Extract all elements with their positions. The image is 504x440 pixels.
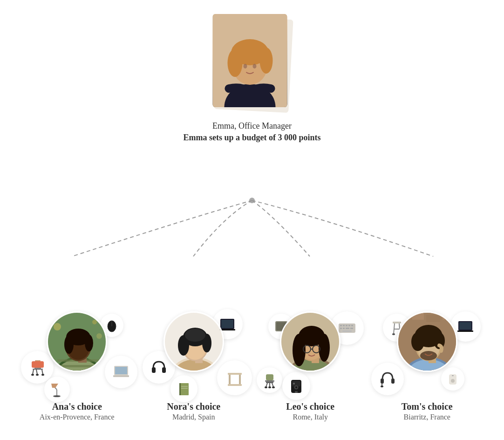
svg-rect-114 <box>457 330 473 332</box>
svg-point-91 <box>295 386 298 389</box>
product-chair-ana <box>21 351 54 384</box>
person-card-tom: Tom's choice Biarritz, France <box>376 286 478 421</box>
emma-photo <box>212 14 287 107</box>
svg-rect-92 <box>295 391 298 393</box>
svg-rect-77 <box>350 328 353 329</box>
svg-line-82 <box>266 383 267 387</box>
svg-point-19 <box>36 374 39 376</box>
svg-point-7 <box>243 64 247 69</box>
svg-rect-115 <box>381 378 384 384</box>
product-device-tom <box>441 367 464 391</box>
person-name-tom: Tom's choice <box>402 401 453 412</box>
person-location-nora: Madrid, Spain <box>172 413 215 421</box>
person-card-ana: Ana's choice Aix-en-Provence, France <box>26 286 128 421</box>
svg-rect-71 <box>346 325 347 326</box>
svg-point-65 <box>185 329 205 342</box>
avatar-leo <box>280 311 341 372</box>
person-card-leo: Leo's choice Rome, Italy <box>259 286 361 421</box>
emma-text: Emma, Office Manager Emma sets up a budg… <box>183 121 320 143</box>
person-card-nora: Nora's choice Madrid, Spain <box>143 286 245 421</box>
svg-rect-116 <box>391 378 395 384</box>
emma-description: Emma sets up a budget of 3 000 points <box>183 133 320 143</box>
svg-point-17 <box>41 374 44 376</box>
svg-line-15 <box>42 370 43 374</box>
svg-rect-106 <box>393 322 401 323</box>
svg-point-38 <box>64 335 74 354</box>
avatar-ana <box>47 311 107 372</box>
scene: Emma, Office Manager Emma sets up a budg… <box>0 0 504 440</box>
svg-rect-44 <box>162 367 166 373</box>
svg-rect-52 <box>228 373 242 375</box>
svg-point-120 <box>451 379 455 383</box>
svg-rect-113 <box>459 322 471 330</box>
svg-rect-76 <box>346 328 349 329</box>
emma-section: Emma, Office Manager Emma sets up a budg… <box>183 14 320 143</box>
svg-rect-121 <box>452 375 454 376</box>
svg-point-40 <box>54 323 61 330</box>
avatar-tom <box>397 311 457 372</box>
product-headset-tom <box>371 363 404 395</box>
svg-rect-28 <box>113 375 129 377</box>
svg-point-86 <box>272 386 275 388</box>
svg-point-41 <box>92 320 97 324</box>
svg-point-87 <box>268 386 271 388</box>
svg-rect-125 <box>412 313 424 320</box>
svg-rect-73 <box>351 325 353 326</box>
svg-line-18 <box>36 370 37 374</box>
svg-line-83 <box>272 383 273 387</box>
svg-rect-13 <box>33 369 43 370</box>
svg-rect-49 <box>179 383 181 395</box>
product-book-nora <box>170 375 198 402</box>
svg-point-118 <box>381 385 383 387</box>
svg-point-93 <box>293 383 295 385</box>
svg-point-6 <box>259 48 272 74</box>
svg-point-85 <box>265 386 267 388</box>
svg-rect-75 <box>343 328 345 329</box>
svg-rect-43 <box>152 367 156 373</box>
svg-point-134 <box>411 332 424 351</box>
svg-rect-70 <box>343 325 345 326</box>
avatar-nora <box>163 311 224 372</box>
svg-rect-80 <box>265 380 274 382</box>
svg-point-42 <box>96 333 102 339</box>
svg-rect-47 <box>219 329 235 330</box>
svg-point-9 <box>249 198 255 203</box>
svg-point-102 <box>319 334 330 362</box>
svg-line-14 <box>33 370 34 374</box>
svg-point-39 <box>85 335 93 351</box>
svg-rect-10 <box>35 360 41 361</box>
svg-rect-12 <box>34 368 41 369</box>
product-chair-leo <box>257 367 282 393</box>
svg-rect-69 <box>340 325 342 326</box>
svg-rect-126 <box>426 315 440 322</box>
emma-name: Emma, Office Manager <box>183 121 320 131</box>
person-location-ana: Aix-en-Provence, France <box>40 413 115 421</box>
svg-point-23 <box>53 395 61 397</box>
person-name-leo: Leo's choice <box>286 401 334 412</box>
emma-photo-container <box>212 14 292 112</box>
person-name-nora: Nora's choice <box>167 401 220 412</box>
svg-rect-54 <box>239 375 241 385</box>
svg-rect-33 <box>57 365 99 367</box>
product-table-nora <box>217 360 252 395</box>
person-name-ana: Ana's choice <box>52 401 102 412</box>
svg-point-110 <box>392 333 395 335</box>
svg-rect-79 <box>266 374 273 380</box>
svg-rect-27 <box>115 367 127 374</box>
product-laptop-ana <box>105 356 137 388</box>
svg-point-8 <box>252 64 256 69</box>
svg-rect-53 <box>229 375 231 385</box>
svg-point-5 <box>227 49 242 77</box>
svg-rect-74 <box>340 328 342 329</box>
product-lamp-ana <box>44 377 70 402</box>
svg-rect-78 <box>342 330 352 332</box>
svg-rect-81 <box>266 382 273 383</box>
svg-rect-55 <box>228 384 242 386</box>
svg-rect-72 <box>348 325 350 326</box>
person-location-tom: Biarritz, France <box>404 413 450 421</box>
svg-rect-46 <box>221 320 233 328</box>
svg-rect-11 <box>32 361 44 368</box>
persons-row: Ana's choice Aix-en-Provence, France <box>0 286 504 421</box>
person-location-leo: Rome, Italy <box>293 413 328 421</box>
product-coffee-leo <box>282 372 310 400</box>
